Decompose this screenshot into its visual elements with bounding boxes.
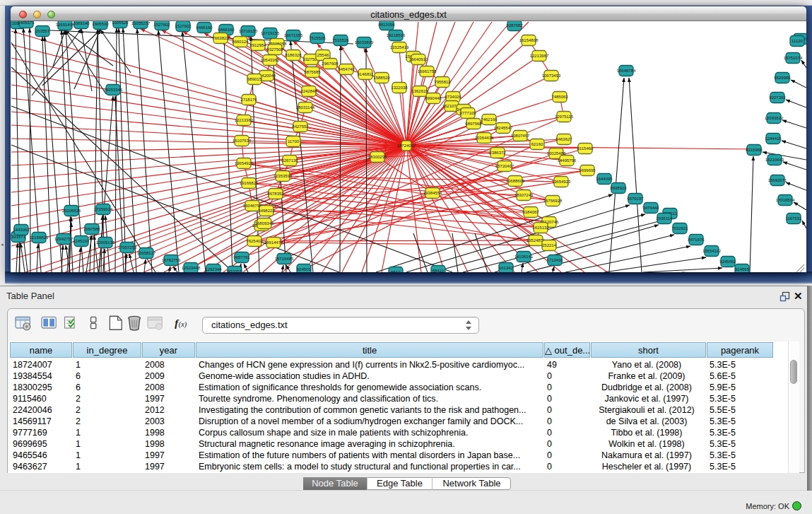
svg-text:1527602: 1527602 xyxy=(175,24,192,28)
svg-text:1443061: 1443061 xyxy=(13,228,30,232)
svg-text:2935114: 2935114 xyxy=(657,216,673,221)
svg-text:2242848: 2242848 xyxy=(300,89,317,93)
svg-text:1244415: 1244415 xyxy=(765,136,782,141)
svg-text:14495796: 14495796 xyxy=(558,158,577,163)
svg-text:17016504: 17016504 xyxy=(776,198,795,202)
svg-text:8471676: 8471676 xyxy=(688,238,705,242)
svg-text:1292344: 1292344 xyxy=(205,267,222,271)
svg-text:16107534: 16107534 xyxy=(233,139,252,143)
svg-text:7955812: 7955812 xyxy=(434,80,451,84)
svg-text:12213362: 12213362 xyxy=(235,118,254,122)
svg-text:9184067: 9184067 xyxy=(522,210,539,214)
svg-text:12905135: 12905135 xyxy=(96,240,115,245)
svg-text:7485063: 7485063 xyxy=(551,95,568,99)
svg-text:16033809: 16033809 xyxy=(355,40,374,45)
svg-text:9657791: 9657791 xyxy=(233,255,250,259)
svg-text:13325419: 13325419 xyxy=(390,45,409,49)
svg-text:28031144: 28031144 xyxy=(296,105,315,110)
svg-text:15692971: 15692971 xyxy=(768,178,787,182)
svg-text:14136141: 14136141 xyxy=(514,255,534,259)
svg-text:9529966: 9529966 xyxy=(774,76,791,80)
svg-text:9146811: 9146811 xyxy=(358,72,375,76)
svg-text:2967608: 2967608 xyxy=(322,62,339,66)
svg-text:8215958: 8215958 xyxy=(746,148,763,152)
svg-text:12923448: 12923448 xyxy=(182,266,201,270)
svg-text:9327508: 9327508 xyxy=(266,47,283,52)
svg-text:8454749: 8454749 xyxy=(338,67,355,71)
svg-text:16782759: 16782759 xyxy=(162,258,181,262)
svg-text:9245652: 9245652 xyxy=(719,259,736,264)
svg-text:6466160: 6466160 xyxy=(218,28,235,32)
svg-text:15716485: 15716485 xyxy=(275,257,294,261)
svg-text:3498222: 3498222 xyxy=(258,209,275,213)
svg-text:12353594: 12353594 xyxy=(273,174,293,178)
svg-text:7515526: 7515526 xyxy=(332,38,349,42)
svg-text:13654923: 13654923 xyxy=(552,180,571,184)
svg-text:18307249: 18307249 xyxy=(514,193,534,197)
svg-text:18245547: 18245547 xyxy=(494,126,513,130)
svg-text:12156829: 12156829 xyxy=(30,235,49,240)
svg-text:5875685: 5875685 xyxy=(304,70,321,74)
svg-text:18724007: 18724007 xyxy=(397,144,416,148)
svg-text:989015: 989015 xyxy=(247,77,262,81)
svg-text:6466160: 6466160 xyxy=(196,25,213,30)
svg-text:10654112: 10654112 xyxy=(702,249,722,253)
svg-text:10719155: 10719155 xyxy=(239,29,258,33)
svg-text:1644095: 1644095 xyxy=(596,177,613,181)
svg-text:2097586: 2097586 xyxy=(83,227,100,231)
svg-text:7515526: 7515526 xyxy=(309,36,326,40)
svg-text:924501: 924501 xyxy=(297,267,312,271)
svg-text:11700: 11700 xyxy=(288,139,300,144)
svg-text:8938923: 8938923 xyxy=(610,186,627,190)
svg-text:9227393: 9227393 xyxy=(769,95,786,100)
svg-text:1588520: 1588520 xyxy=(373,76,390,80)
svg-text:1167531: 1167531 xyxy=(786,216,803,221)
svg-text:16640910: 16640910 xyxy=(409,57,428,62)
svg-text:3267130: 3267130 xyxy=(281,158,298,163)
svg-text:15751074: 15751074 xyxy=(784,56,803,60)
svg-text:16961758: 16961758 xyxy=(418,69,437,74)
svg-text:16914479: 16914479 xyxy=(264,240,283,245)
svg-text:1145193: 1145193 xyxy=(73,239,90,243)
svg-text:16756928: 16756928 xyxy=(543,199,563,203)
svg-text:8427552: 8427552 xyxy=(292,124,309,129)
svg-text:20206526: 20206526 xyxy=(62,209,81,213)
svg-text:1005525: 1005525 xyxy=(112,21,129,25)
svg-text:9463627: 9463627 xyxy=(555,137,572,141)
svg-text:1322038: 1322038 xyxy=(391,86,408,90)
svg-text:19218506: 19218506 xyxy=(387,33,406,37)
svg-text:16809346: 16809346 xyxy=(255,221,274,226)
svg-text:8990448: 8990448 xyxy=(425,96,442,100)
svg-text:18300295: 18300295 xyxy=(368,155,387,159)
svg-text:9699695: 9699695 xyxy=(579,168,596,173)
svg-text:2087682: 2087682 xyxy=(506,23,523,28)
svg-text:6897568: 6897568 xyxy=(465,122,482,126)
svg-text:17359924: 17359924 xyxy=(94,207,113,211)
svg-text:2069140: 2069140 xyxy=(73,21,90,25)
svg-text:924565: 924565 xyxy=(735,267,750,271)
svg-text:10543362: 10543362 xyxy=(261,58,280,62)
svg-text:8912954: 8912954 xyxy=(249,43,266,47)
svg-text:16671355: 16671355 xyxy=(284,33,303,37)
svg-text:32691406: 32691406 xyxy=(56,23,75,27)
svg-text:6734024: 6734024 xyxy=(445,95,461,99)
svg-text:10973493: 10973493 xyxy=(542,74,561,78)
svg-text:7462166: 7462166 xyxy=(481,117,498,122)
svg-text:19384554: 19384554 xyxy=(423,191,442,195)
svg-text:1527602: 1527602 xyxy=(153,23,170,27)
svg-text:1615132: 1615132 xyxy=(532,226,549,230)
svg-text:252214: 252214 xyxy=(542,243,557,247)
svg-text:8186328: 8186328 xyxy=(285,53,302,57)
svg-text:203557: 203557 xyxy=(35,29,50,33)
svg-text:1362615: 1362615 xyxy=(411,89,428,93)
svg-text:15720407: 15720407 xyxy=(495,164,514,168)
svg-text:19654925: 19654925 xyxy=(235,161,254,165)
svg-text:7632621: 7632621 xyxy=(671,226,688,230)
svg-text:10958127: 10958127 xyxy=(137,251,156,255)
svg-text:8678352: 8678352 xyxy=(267,192,284,196)
svg-text:2718176: 2718176 xyxy=(240,98,257,102)
svg-text:8660124: 8660124 xyxy=(232,40,249,44)
svg-text:6679197: 6679197 xyxy=(627,197,644,201)
svg-text:9777109: 9777109 xyxy=(459,111,476,115)
svg-text:8813054: 8813054 xyxy=(378,23,395,27)
